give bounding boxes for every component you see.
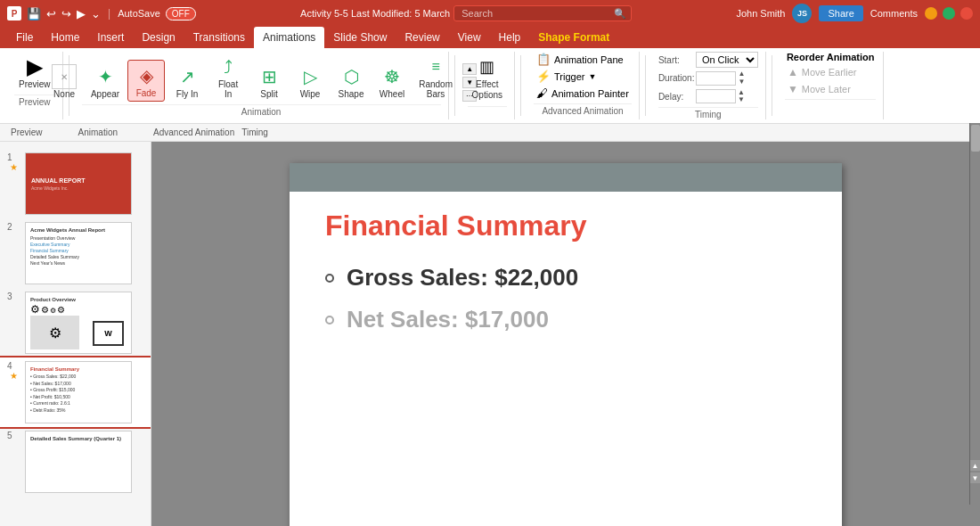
preview-section-label: Preview [11, 127, 43, 137]
slide2-item1: Presentation Overview [30, 235, 127, 242]
slide-thumb-3[interactable]: 3 Product Overview ⚙ ⚙ ⚙ ⚙ ⚙ W [0, 288, 151, 358]
quick-access-redo[interactable]: ↪ [61, 7, 71, 21]
delay-down[interactable]: ▼ [738, 96, 745, 104]
search-input[interactable] [453, 5, 632, 21]
slide-thumb-5[interactable]: 5 Detailed Sales Summary (Quarter 1) [0, 427, 151, 497]
title-bar: P 💾 ↩ ↪ ▶ ⌄ | AutoSave OFF Activity 5-5 … [0, 0, 980, 27]
move-earlier-button[interactable]: ▲ Move Earlier [785, 65, 860, 79]
autosave-label: AutoSave [118, 8, 160, 19]
quick-access-undo[interactable]: ↩ [46, 7, 56, 21]
tab-home[interactable]: Home [42, 27, 88, 48]
tab-review[interactable]: Review [396, 27, 448, 48]
move-later-button[interactable]: ▼ Move Later [785, 82, 853, 96]
tab-slideshow[interactable]: Slide Show [324, 27, 396, 48]
duration-down[interactable]: ▼ [738, 78, 745, 86]
title-bar-right: John Smith JS Share Comments — □ ✕ [736, 4, 973, 23]
animation-fly-in[interactable]: ↗ Fly In [168, 62, 206, 102]
reorder-group-label [785, 99, 877, 102]
animation-appear[interactable]: ✦ Appear [86, 62, 124, 102]
slide4-item2: • Net Sales: $17,000 [30, 381, 127, 388]
animation-wheel[interactable]: ☸ Wheel [373, 62, 411, 102]
quick-access-present[interactable]: ▶ [77, 7, 86, 21]
effect-options-icon: ▥ [475, 54, 500, 79]
quick-access-save[interactable]: 💾 [27, 7, 41, 21]
animation-pane-button[interactable]: 📋 Animation Pane [534, 52, 626, 67]
slide-bullet-1: Gross Sales: $22,000 [325, 264, 806, 292]
viewport-scrollbar[interactable]: ▲ ▼ [969, 142, 980, 505]
effect-options-button[interactable]: ▥ EffectOptions [468, 52, 507, 103]
tab-design[interactable]: Design [133, 27, 184, 48]
slide4-item4: • Net Profit: $10,500 [30, 394, 127, 401]
animation-none[interactable]: ✕ None [45, 62, 83, 102]
start-label: Start: [658, 55, 694, 65]
tab-shape-format[interactable]: Shape Format [529, 27, 618, 48]
quick-access-dropdown[interactable]: ⌄ [91, 7, 101, 21]
slide-thumb-img-2: Acme Widgets Annual Report Presentation … [25, 222, 132, 284]
move-later-label: Move Later [802, 84, 851, 95]
gear3-icon: ⚙ [50, 307, 56, 316]
delay-input[interactable]: 00.00 [696, 89, 736, 103]
tab-help[interactable]: Help [490, 27, 530, 48]
animation-random-bars[interactable]: ≡ Random Bars [414, 52, 457, 102]
move-earlier-label: Move Earlier [802, 67, 857, 78]
tab-insert[interactable]: Insert [88, 27, 133, 48]
scroll-down-btn[interactable]: ▼ [970, 473, 981, 483]
close-button[interactable]: ✕ [960, 7, 973, 20]
animation-split[interactable]: ⊞ Split [250, 62, 288, 102]
animation-fade[interactable]: ◈ Fade [127, 60, 165, 102]
slide2-item3: Financial Summary [30, 248, 127, 254]
animation-wipe[interactable]: ▷ Wipe [291, 62, 329, 102]
start-select[interactable]: On Click With Previous After Previous [696, 52, 758, 68]
advanced-group-label: Advanced Animation [534, 103, 632, 116]
qa-separator: | [108, 7, 110, 20]
move-later-icon: ▼ [788, 83, 798, 95]
slide-thumb-1[interactable]: 1 ★ ANNUAL REPORT Acme Widgets Inc. [0, 149, 151, 218]
scroll-up-btn[interactable]: ▲ [970, 460, 981, 471]
slide-thumb-4[interactable]: 4 ★ Financial Summary • Gross Sales: $22… [0, 358, 151, 427]
slide4-item1: • Gross Sales: $22,000 [30, 374, 127, 381]
scroll-bottom-controls: ▲ ▼ [970, 460, 981, 483]
animation-float-in[interactable]: ⤴ Float In [209, 52, 247, 102]
autosave-toggle[interactable]: OFF [166, 7, 196, 21]
ribbon-group-timing: Start: On Click With Previous After Prev… [651, 52, 766, 119]
animation-painter-button[interactable]: 🖌 Animation Painter [534, 86, 632, 101]
slide-thumb-2[interactable]: 2 Acme Widgets Annual Report Presentatio… [0, 218, 151, 288]
slide-thumb-img-5: Detailed Sales Summary (Quarter 1) [25, 431, 132, 493]
tab-view[interactable]: View [449, 27, 490, 48]
maximize-button[interactable]: □ [943, 7, 955, 20]
slide-header-bar [290, 163, 842, 192]
gear2-icon: ⚙ [41, 305, 49, 316]
duration-input[interactable]: 00.50 [696, 71, 736, 86]
float-in-icon: ⤴ [216, 54, 241, 79]
main-content: 1 ★ ANNUAL REPORT Acme Widgets Inc. 2 Ac… [0, 142, 980, 526]
comments-button[interactable]: Comments [870, 8, 918, 19]
slide4-title: Financial Summary [30, 366, 127, 372]
trigger-button[interactable]: ⚡ Trigger ▼ [534, 69, 599, 84]
tab-file[interactable]: File [7, 27, 42, 48]
animation-shape[interactable]: ⬡ Shape [332, 62, 370, 102]
user-avatar[interactable]: JS [792, 4, 812, 23]
animation-painter-icon: 🖌 [536, 86, 548, 100]
shape-icon: ⬡ [339, 64, 363, 89]
none-icon: ✕ [52, 64, 77, 89]
window-controls: — □ ✕ [925, 7, 973, 20]
minimize-button[interactable]: — [925, 7, 937, 20]
start-row: Start: On Click With Previous After Prev… [658, 52, 758, 68]
animation-pane-icon: 📋 [536, 53, 551, 66]
wipe-icon: ▷ [298, 64, 323, 89]
tab-transitions[interactable]: Transitions [184, 27, 254, 48]
share-button[interactable]: Share [819, 5, 862, 21]
duration-row: Duration: 00.50 ▲ ▼ [658, 70, 746, 86]
slide3-title: Product Overview [30, 297, 127, 302]
fade-icon: ◈ [134, 63, 159, 88]
effect-options-group-label [468, 106, 507, 109]
gear4-icon: ⚙ [57, 305, 65, 316]
slide-main-title: Financial Summary [325, 210, 806, 242]
timing-group-label: Timing [658, 107, 758, 119]
timing-section-label: Timing [241, 127, 268, 137]
slide-thumb-img-4: Financial Summary • Gross Sales: $22,000… [25, 361, 132, 423]
sep3 [520, 55, 521, 116]
tab-animations[interactable]: Animations [254, 27, 324, 48]
product-image: ⚙ [30, 316, 79, 349]
slide4-item5: • Current ratio: 2.6:1 [30, 400, 127, 407]
